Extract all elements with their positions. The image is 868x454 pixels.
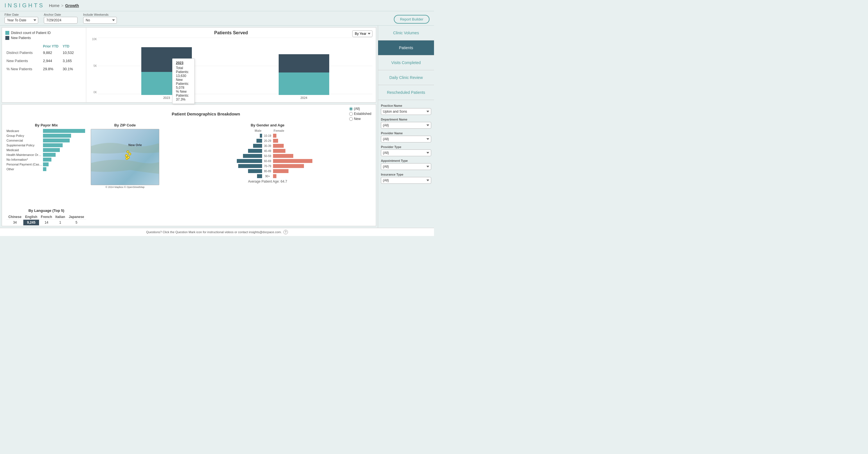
male-side-40-49 [164,149,262,153]
practice-name-group: Practice Name Upton and Sons [381,104,431,115]
chart-controls: By Year [352,30,372,37]
insurance-type-select[interactable]: (All) [381,177,431,184]
lang-header-4: Japanese [67,214,86,220]
lang-val-4: 5 [67,220,86,225]
legend-new-label: New Patients [11,36,31,40]
payor-label-7: Personal Payment (Cash -.. [6,163,43,166]
provider-type-select[interactable]: (All) [381,149,431,156]
age-label-20-29: 20-29 [262,139,273,143]
male-bar-10-19 [260,134,262,138]
filter-new-option[interactable]: New [349,117,371,121]
report-builder-button[interactable]: Report Builder [394,15,430,24]
stat-label-0: Distinct Patients [6,51,43,55]
tt-total-val: 13,630 [176,74,186,78]
breadcrumb-home[interactable]: Home [49,3,59,8]
filter-established-option[interactable]: Established [349,112,371,116]
sidebar-daily-clinic-review[interactable]: Daily Clinic Review [378,70,434,85]
bar-stack-2024[interactable] [276,54,332,95]
female-bar-60-69 [273,159,312,163]
male-bar-80-89 [248,169,262,173]
lang-val-2: 14 [39,220,54,225]
help-icon[interactable]: ? [283,230,288,234]
demographics-filter: (All) Established New [349,107,371,121]
sidebar-clinic-volumes[interactable]: Clinic Volumes [378,26,434,40]
content-area: Distinct count of Patient ID New Patient… [0,26,378,228]
male-side-70-79 [164,164,262,168]
female-bar-70-79 [273,164,304,168]
department-name-select[interactable]: (All) [381,122,431,129]
grid-line-top [98,38,372,38]
age-label-40-49: 40-49 [262,149,273,153]
age-label-80-89: 80-89 [262,170,273,173]
include-weekends-select[interactable]: No [83,17,117,24]
department-name-label: Department Name [381,118,431,121]
appointment-type-select[interactable]: (All) [381,163,431,170]
female-side-60-69 [273,159,371,163]
filter-date-select[interactable]: Year To Date [4,17,38,24]
demographics-title: Patient Demographics Breakdown [6,112,349,116]
filter-date-group: Filter Date Year To Date [4,13,38,24]
lang-val-3: 1 [54,220,67,225]
payor-no-info: No Information* [6,158,86,161]
demographics-body: By Payor Mix Medicare Group Policy [2,123,376,226]
male-side-90plus [164,174,262,178]
demographics-header: Patient Demographics Breakdown (All) Est… [2,104,376,123]
sidebar-visits-completed[interactable]: Visits Completed [378,55,434,70]
header: INSIGHTS Home > Growth [0,0,434,11]
patients-served-section: Distinct count of Patient ID New Patient… [2,27,376,102]
payor-bar-3 [43,143,63,147]
chart-title: Patients Served [90,30,372,35]
tooltip-pct: % New Patients: 37.3% [176,90,191,101]
payor-commercial: Commercial [6,139,86,143]
pyramid-row-70-79: 70-79 [164,164,371,168]
gender-age-section: By Gender and Age Male Female 10 [161,123,374,226]
payor-label-5: Health Maintenance Orga.. [6,153,43,156]
payor-mix-section: By Payor Mix Medicare Group Policy [4,123,89,207]
stat-prior-0: 9,882 [43,51,63,55]
male-bar-70-79 [238,164,262,168]
female-bar-50-59 [273,154,293,158]
payor-medicare: Medicare [6,129,86,133]
female-bar-30-39 [273,144,284,148]
anchor-date-input[interactable] [44,17,78,24]
age-label-90plus: 90+ [262,175,273,178]
filter-all-option[interactable]: (All) [349,107,371,111]
y-5k: 5K [94,64,97,67]
age-label-70-79: 70-79 [262,164,273,168]
stat-ytd-2: 30.1% [63,67,82,71]
male-side-80-89 [164,169,262,173]
male-bar-50-59 [243,154,262,158]
payor-group-policy: Group Policy [6,134,86,138]
provider-type-label: Provider Type [381,145,431,149]
filter-all-radio[interactable] [349,107,353,111]
legend-distinct: Distinct count of Patient ID [5,31,83,35]
provider-name-group: Provider Name (All) [381,131,431,143]
main-layout: Distinct count of Patient ID New Patient… [0,26,434,228]
filter-established-radio[interactable] [349,112,353,116]
sidebar-rescheduled-patients[interactable]: Rescheduled Patients [378,85,434,100]
filter-new-radio[interactable] [349,117,353,121]
pyramid-row-90plus: 90+ [164,174,371,178]
lang-val-1: 9,245 [23,220,39,225]
insurance-type-group: Insurance Type (All) [381,173,431,184]
avg-age-label: Average Patient Age: 64.7 [164,180,371,183]
female-side-70-79 [273,164,371,168]
bar-year-2023: 2023 [163,96,170,99]
filter-new-label: New [354,117,361,121]
pyramid-row-40-49: 40-49 [164,149,371,153]
chart-tooltip: 2023 Total Patients: 13,630 New Patients… [172,58,195,104]
female-bar-10-19 [273,134,276,138]
provider-name-select[interactable]: (All) [381,136,431,143]
sidebar-patients[interactable]: Patients [378,40,434,55]
female-side-90plus [273,174,371,178]
tt-pct-label: % New Patients: [176,90,189,97]
lang-header-0: Chinese [6,214,23,220]
chart-view-select[interactable]: By Year [352,30,372,37]
map-container: New Orle [91,129,159,185]
payor-bar-1 [43,134,71,138]
practice-name-select[interactable]: Upton and Sons [381,108,431,115]
legend-new-icon [5,36,9,40]
male-side-30-39 [164,144,262,148]
female-side-30-39 [273,144,371,148]
y-0k: 0K [94,91,97,94]
